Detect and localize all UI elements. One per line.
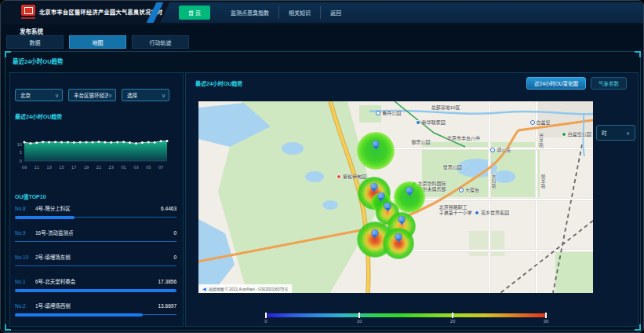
top10-item[interactable]: No.102号-填埋场东侧0: [15, 250, 176, 274]
ou-value: 0: [173, 254, 176, 260]
publish-tabs: 数据地图行动轨迹: [6, 35, 189, 49]
top10-item[interactable]: No.84号-筛分上料区6.4463: [15, 201, 176, 225]
top10-item[interactable]: No.21号-填埋场西侧13.6697: [15, 298, 176, 323]
map-pin-icon[interactable]: [398, 216, 406, 223]
progress-track: [15, 265, 176, 266]
top-bar: 北京市丰台区循环经济产业园大气恶臭状况实时 首 页监测点恶臭指数相关知识返回: [1, 1, 643, 24]
progress-bar: [15, 214, 176, 219]
map-label-text: 丰科路: [490, 174, 496, 188]
red-poi-icon: [337, 174, 341, 179]
time-unit-select[interactable]: 时 ∨: [596, 125, 635, 141]
app-logo-icon: [21, 5, 35, 16]
map-label-text: 总部基地10区: [431, 105, 460, 111]
select-value: 选择: [127, 91, 162, 99]
legend-tick-mark: [265, 313, 267, 318]
map-pin-icon[interactable]: [377, 192, 384, 199]
left-panel: 北京∨丰台区循环经济产∨选择∨ 最近24小时OU趋势 0911131517192…: [9, 72, 184, 327]
chart-title: 最近24小时OU趋势: [15, 112, 62, 120]
filter-select-2[interactable]: 丰台区循环经济产∨: [68, 89, 116, 101]
progress-fill: [15, 313, 143, 317]
blue-poi-icon: [416, 120, 420, 125]
publish-tab-3[interactable]: 行动轨迹: [132, 35, 189, 49]
nav-tab-1[interactable]: 首 页: [179, 5, 210, 20]
map-label: 紫谷伊甸园: [337, 174, 366, 180]
progress-bar: [15, 311, 176, 317]
map-attribution-text: 高德地图 © 2021 AutoNavi - GS(2021)6375号: [209, 286, 289, 291]
main-panel: 最近24小时OU趋势 北京∨丰台区循环经济产∨选择∨ 最近24小时OU趋势 09…: [5, 51, 641, 331]
map-pin-icon[interactable]: [406, 187, 413, 194]
map-pin-icon[interactable]: [370, 183, 377, 190]
svg-text:15: 15: [59, 165, 64, 170]
rank-label: No.8: [15, 206, 35, 211]
site-name: 1号-填埋场西侧: [35, 302, 158, 309]
map-label: 丰科路: [490, 174, 496, 188]
ou-top10-list[interactable]: No.84号-筛分上料区6.4463No.916号-流动监测点0No.102号-…: [15, 201, 176, 323]
svg-text:5: 5: [20, 150, 22, 155]
nav-tab-3[interactable]: 相关知识: [278, 6, 320, 19]
map-pin-icon[interactable]: [373, 141, 380, 148]
legend-tick-mark: [452, 313, 453, 318]
map-label-text: 看丹公园: [382, 111, 401, 116]
map-label: 北京铁路职工 子弟第十一小学: [439, 205, 472, 216]
map-canvas[interactable]: ◀ 高德地图 © 2021 AutoNavi - GS(2021)6375号 看…: [198, 101, 593, 293]
blue-poi-icon: [475, 210, 479, 215]
panel-corner-accent: [5, 51, 11, 57]
filter-select-3[interactable]: 选择∨: [122, 89, 169, 101]
legend-tick-label: 20: [450, 319, 456, 324]
ou-value: 17.3856: [158, 279, 177, 284]
map-label-text: 北京市丰台八中: [447, 136, 480, 141]
heat-legend-gradient: [266, 313, 546, 317]
map-label: 御景公园: [412, 140, 431, 145]
map-pin-icon[interactable]: [384, 203, 391, 210]
app-logo-caption: [21, 17, 35, 19]
filter-select-1[interactable]: 北京∨: [15, 89, 63, 101]
progress-track: [15, 241, 176, 242]
map-pin-icon[interactable]: [371, 229, 378, 236]
map-label-text: 新华联家园: [422, 120, 446, 126]
select-value: 丰台区循环经济产: [74, 91, 108, 99]
map-label-text: 郭公庄: [497, 148, 511, 153]
progress-bar: [15, 238, 176, 243]
map-label-text: 白盆窑公园: [568, 132, 591, 137]
map-label: 郭公庄: [490, 148, 511, 153]
metro-poi-icon: [490, 148, 495, 152]
map-label: 北京市丰台八中: [447, 136, 480, 141]
svg-text:11: 11: [35, 165, 39, 170]
map-pin-icon[interactable]: [395, 233, 402, 240]
map-label: 花乡世界名园: [475, 210, 509, 216]
map-view-button-1[interactable]: 近24小时OU变化图: [526, 77, 586, 90]
map-label: 白盆窑: [530, 120, 551, 126]
svg-text:21: 21: [96, 165, 101, 170]
map-label: 看丹公园: [376, 111, 401, 116]
site-name: 2号-填埋场东侧: [35, 253, 173, 261]
nav-tab-2[interactable]: 监测点恶臭指数: [221, 6, 278, 19]
map-view-button-2[interactable]: 气象参数: [591, 77, 627, 90]
map-label: 总部基地10区: [431, 105, 460, 111]
rank-label: No.1: [15, 279, 35, 284]
site-name: 16号-流动监测点: [35, 229, 173, 236]
site-name: 6号-北天堂村委会: [35, 277, 158, 285]
top10-item[interactable]: No.16号-北天堂村委会17.3856: [15, 274, 176, 298]
map-label-text: 花乡世界名园: [481, 210, 509, 216]
publish-system-title: 发布系统: [20, 27, 43, 35]
panel-title: 最近24小时OU趋势: [13, 57, 64, 65]
top10-item[interactable]: No.916号-流动监测点0: [15, 225, 176, 250]
publish-tab-1[interactable]: 数据: [6, 35, 64, 49]
metro-poi-icon: [459, 188, 464, 192]
green-poi-icon: [562, 132, 566, 137]
map-label: 世界公园: [443, 165, 462, 170]
progress-bar: [15, 262, 176, 268]
map-label: 樊羊路: [540, 174, 545, 188]
legend-tick-label: 30: [544, 319, 549, 324]
map-label-text: 世界公园: [443, 165, 462, 170]
publish-tab-2[interactable]: 地图: [69, 35, 126, 49]
chevron-down-icon: ∨: [626, 130, 630, 136]
chevron-down-icon: ∨: [55, 93, 59, 98]
map-label: 新华联家园: [416, 120, 446, 126]
nav-tab-4[interactable]: 返回: [320, 6, 351, 19]
ou-value: 13.6697: [158, 303, 177, 309]
map-view-buttons: 近24小时OU变化图气象参数: [526, 77, 627, 90]
map-label-text: 御景公园: [412, 140, 431, 145]
svg-text:13: 13: [46, 165, 51, 170]
ou-value: 6.4463: [161, 206, 176, 211]
